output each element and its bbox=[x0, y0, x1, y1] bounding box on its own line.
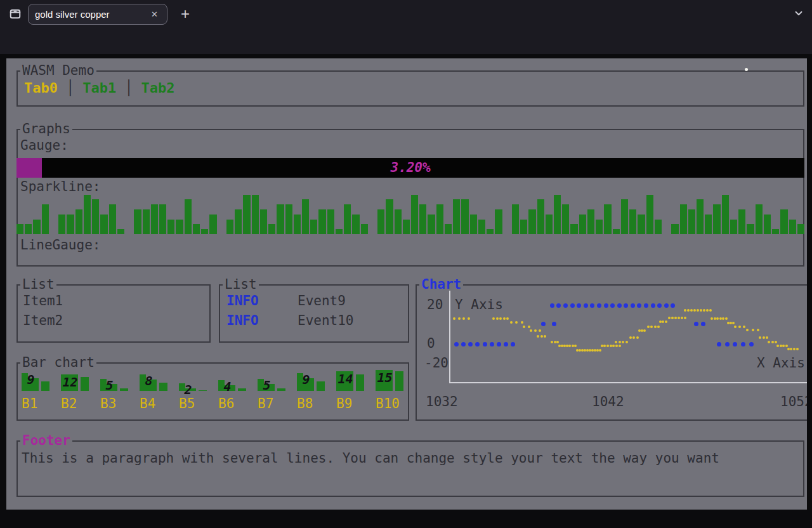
data-yellow-point bbox=[722, 317, 724, 320]
sparkline-bar bbox=[512, 204, 519, 234]
data-yellow-point bbox=[503, 317, 506, 320]
sparkline-bar bbox=[395, 209, 402, 234]
list-item[interactable]: Item2 bbox=[23, 313, 63, 328]
data-yellow-point bbox=[690, 309, 693, 312]
data-yellow-point bbox=[787, 348, 790, 350]
data-yellow-point bbox=[725, 317, 728, 320]
bar-category-label: B2 bbox=[61, 396, 77, 411]
bar-category-label: B8 bbox=[297, 396, 313, 411]
browser-tab-bar: gold silver copper ✕ + bbox=[0, 0, 812, 28]
bar-group-b7: 5B7 bbox=[258, 368, 287, 391]
data-blue-point bbox=[671, 303, 675, 308]
bar-secondary[interactable] bbox=[238, 388, 246, 391]
bar-secondary[interactable] bbox=[41, 381, 49, 391]
bar-value-label: 9 bbox=[298, 372, 315, 387]
data-yellow-point bbox=[515, 321, 518, 324]
firefox-view-icon[interactable] bbox=[8, 6, 23, 22]
bar-group-b2: 12B2 bbox=[61, 368, 90, 391]
new-tab-button[interactable]: + bbox=[175, 4, 195, 24]
bar-group-b4: 8B4 bbox=[140, 368, 169, 391]
data-yellow-point bbox=[496, 317, 499, 320]
sparkline-bar bbox=[461, 199, 468, 234]
data-blue-point bbox=[511, 342, 515, 346]
data-yellow-point bbox=[554, 341, 556, 343]
sparkline-bar bbox=[445, 224, 452, 234]
sparkline-bar bbox=[520, 220, 527, 234]
bar-value-label: 15 bbox=[376, 370, 393, 385]
data-yellow-point bbox=[687, 309, 690, 312]
sparkline-bar bbox=[403, 220, 410, 234]
data-yellow-point bbox=[601, 345, 603, 347]
demo-tab-tab1[interactable]: Tab1 bbox=[82, 80, 116, 96]
demo-tab-tab2[interactable]: Tab2 bbox=[141, 80, 174, 96]
data-yellow-point bbox=[657, 326, 660, 328]
bar-group-b9: 14B9 bbox=[336, 368, 365, 391]
sparkline-bar bbox=[411, 195, 418, 234]
sparkline-bar bbox=[318, 209, 325, 234]
data-yellow-point bbox=[530, 329, 532, 332]
data-yellow-point bbox=[678, 317, 680, 319]
list-all-tabs-icon[interactable] bbox=[793, 8, 804, 22]
sparkline-bar bbox=[193, 224, 200, 234]
data-yellow-point bbox=[684, 309, 686, 312]
sparkline-bar bbox=[780, 209, 787, 234]
list-box-items: List Item1Item2 bbox=[16, 284, 211, 343]
sparkline-bar bbox=[604, 204, 611, 234]
sparkline-bar bbox=[75, 209, 82, 234]
bar-group-b10: 15B10 bbox=[376, 368, 405, 391]
sparkline-bar bbox=[738, 209, 745, 234]
bar-secondary[interactable] bbox=[120, 388, 128, 391]
list2-box-title: List bbox=[223, 277, 259, 292]
data-yellow-point bbox=[709, 309, 712, 312]
data-yellow-point bbox=[703, 309, 705, 312]
chart-y-axis-title: Y Axis bbox=[455, 297, 503, 312]
sparkline-bar bbox=[596, 220, 603, 234]
bar-secondary[interactable] bbox=[395, 371, 403, 391]
data-blue-point bbox=[475, 342, 480, 346]
list-item[interactable]: Item1 bbox=[23, 293, 63, 308]
sparkline-bar bbox=[487, 229, 494, 234]
log-event-text[interactable]: Event9 bbox=[298, 293, 346, 308]
bar-secondary[interactable] bbox=[317, 381, 325, 391]
chart-box: Chart Y Axis X Axis 20 0 -20 1032 1042 1… bbox=[416, 284, 807, 421]
sparkline-bar bbox=[151, 204, 158, 234]
sparkline-bar bbox=[470, 214, 477, 234]
bar-category-label: B4 bbox=[140, 396, 155, 411]
tab-separator: │ bbox=[124, 80, 133, 96]
tab-close-icon[interactable]: ✕ bbox=[148, 8, 160, 20]
data-yellow-point bbox=[568, 345, 571, 347]
data-yellow-point bbox=[716, 317, 719, 320]
bar-secondary[interactable] bbox=[159, 383, 167, 391]
sparkline-bar bbox=[570, 224, 577, 234]
sparkline-bar bbox=[629, 209, 636, 234]
bar-secondary[interactable] bbox=[81, 377, 89, 391]
data-yellow-point bbox=[710, 317, 713, 320]
bar-category-label: B10 bbox=[376, 396, 400, 411]
sparkline-bar bbox=[419, 204, 426, 234]
sparkline-bar bbox=[546, 214, 553, 234]
footer-box: Footer This is a paragraph with several … bbox=[16, 440, 804, 497]
sparkline-bar bbox=[16, 224, 23, 234]
data-blue-point bbox=[651, 303, 655, 308]
sparkline-bar bbox=[167, 220, 174, 234]
sparkline-bar bbox=[294, 214, 301, 234]
browser-tab[interactable]: gold silver copper ✕ bbox=[28, 4, 167, 25]
data-yellow-point bbox=[650, 326, 653, 328]
demo-tab-tab0[interactable]: Tab0 bbox=[24, 80, 58, 96]
bar-value-label: 14 bbox=[337, 371, 354, 386]
sparkline-bar bbox=[621, 199, 628, 234]
data-yellow-point bbox=[727, 322, 730, 324]
sparkline-bar bbox=[772, 229, 779, 234]
bar-secondary[interactable] bbox=[356, 374, 364, 391]
bar-chart-box: Bar chart 9B112B25B38B42B54B65B79B814B91… bbox=[16, 362, 409, 421]
chart-x-tick-1052: 1052 bbox=[780, 394, 807, 409]
data-blue-point bbox=[550, 303, 554, 308]
bar-value-label: 9 bbox=[22, 372, 39, 387]
bar-secondary[interactable] bbox=[199, 390, 207, 391]
data-yellow-point bbox=[714, 317, 716, 320]
data-blue-point bbox=[461, 342, 466, 346]
data-yellow-point bbox=[684, 317, 686, 319]
log-event-text[interactable]: Event10 bbox=[298, 313, 354, 328]
chart-x-axis-line bbox=[449, 382, 807, 383]
bar-secondary[interactable] bbox=[277, 388, 285, 391]
